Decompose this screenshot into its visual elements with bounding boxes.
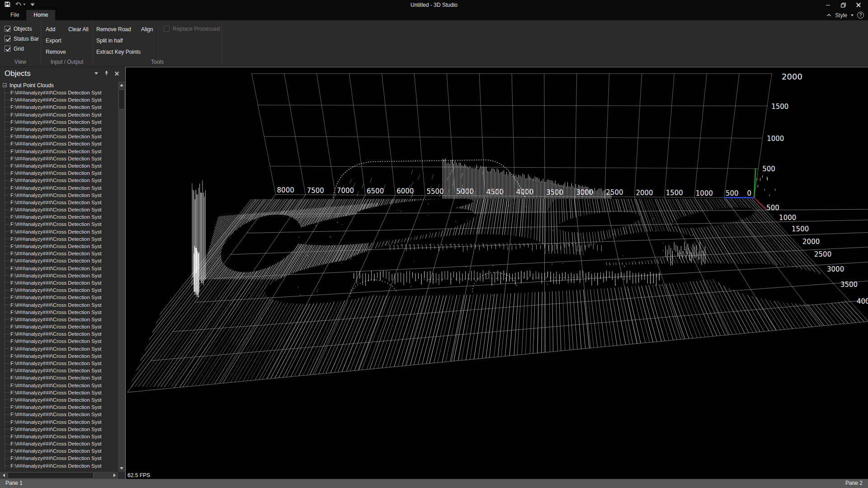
tree-item-point-cloud[interactable]: F:\###analyzy###\Cross Detection Syst [1,426,118,433]
tree-item-point-cloud[interactable]: F:\###analyzy###\Cross Detection Syst [1,396,118,404]
tree-item-point-cloud[interactable]: F:\###analyzy###\Cross Detection Syst [1,243,118,250]
scroll-down-icon[interactable] [118,465,125,472]
panel-close-icon[interactable] [115,71,119,75]
tree-item-point-cloud[interactable]: F:\###analyzy###\Cross Detection Syst [1,418,118,425]
tree-item-point-cloud[interactable]: F:\###analyzy###\Cross Detection Syst [1,323,118,330]
svg-text:500: 500 [766,204,779,212]
svg-text:500: 500 [762,165,775,173]
vertical-scroll-thumb[interactable] [118,89,125,109]
split-in-half-button[interactable]: Split in half [96,36,141,46]
tree-item-point-cloud[interactable]: F:\###analyzy###\Cross Detection Syst [1,103,118,111]
tree-item-point-cloud[interactable]: F:\###analyzy###\Cross Detection Syst [1,140,118,147]
group-label-input-output: Input / Output [41,59,93,65]
checkbox-objects[interactable]: Objects [5,24,39,33]
tree-item-point-cloud[interactable]: F:\###analyzy###\Cross Detection Syst [1,440,118,447]
tree-item-point-cloud[interactable]: F:\###analyzy###\Cross Detection Syst [1,192,118,199]
tab-file[interactable]: File [3,10,26,20]
tree-item-point-cloud[interactable]: F:\###analyzy###\Cross Detection Syst [1,367,118,374]
tree-item-point-cloud[interactable]: F:\###analyzy###\Cross Detection Syst [1,411,118,418]
extract-key-points-button[interactable]: Extract Key Points [96,47,141,57]
viewport-3d[interactable]: 5001000150020002500300035004000450050005… [125,67,868,479]
checkbox-status-bar[interactable]: Status Bar [5,34,39,43]
horizontal-scrollbar[interactable] [0,472,118,479]
checkbox-checked-icon[interactable] [5,36,10,42]
svg-text:500: 500 [726,189,739,197]
tree-item-point-cloud[interactable]: F:\###analyzy###\Cross Detection Syst [1,294,118,301]
tree-item-point-cloud[interactable]: F:\###analyzy###\Cross Detection Syst [1,345,118,352]
panel-menu-icon[interactable] [94,72,98,75]
pin-icon[interactable] [104,70,109,76]
tree-item-point-cloud[interactable]: F:\###analyzy###\Cross Detection Syst [1,250,118,257]
tree-item-point-cloud[interactable]: F:\###analyzy###\Cross Detection Syst [1,265,118,272]
clear-all-button[interactable]: Clear All [68,24,89,34]
tree-item-point-cloud[interactable]: F:\###analyzy###\Cross Detection Syst [1,389,118,396]
tree-item-point-cloud[interactable]: F:\###analyzy###\Cross Detection Syst [1,360,118,367]
help-icon[interactable] [857,12,864,19]
tree-root-input-point-clouds[interactable]: Input Point Clouds [1,81,118,89]
fps-counter: 62.5 FPS [127,472,150,479]
vertical-scrollbar[interactable] [118,81,125,472]
tree-item-point-cloud[interactable]: F:\###analyzy###\Cross Detection Syst [1,199,118,206]
objects-tree: Input Point Clouds F:\###analyzy###\Cros… [1,81,118,472]
style-dropdown[interactable]: Style [835,12,847,19]
checkbox-unchecked-icon [164,26,170,32]
tree-item-point-cloud[interactable]: F:\###analyzy###\Cross Detection Syst [1,133,118,140]
tree-item-point-cloud[interactable]: F:\###analyzy###\Cross Detection Syst [1,382,118,389]
tree-item-point-cloud[interactable]: F:\###analyzy###\Cross Detection Syst [1,213,118,221]
objects-panel-header: Objects [0,67,125,81]
tree-item-point-cloud[interactable]: F:\###analyzy###\Cross Detection Syst [1,177,118,184]
tree-item-point-cloud[interactable]: F:\###analyzy###\Cross Detection Syst [1,272,118,279]
point-cloud-scene[interactable]: 5001000150020002500300035004000450050005… [126,67,868,479]
tree-item-point-cloud[interactable]: F:\###analyzy###\Cross Detection Syst [1,279,118,286]
tree-item-point-cloud[interactable]: F:\###analyzy###\Cross Detection Syst [1,455,118,462]
export-button[interactable]: Export [46,36,66,46]
tree-item-point-cloud[interactable]: F:\###analyzy###\Cross Detection Syst [1,111,118,118]
tree-item-point-cloud[interactable]: F:\###analyzy###\Cross Detection Syst [1,404,118,411]
tree-item-point-cloud[interactable]: F:\###analyzy###\Cross Detection Syst [1,338,118,345]
tree-item-point-cloud[interactable]: F:\###analyzy###\Cross Detection Syst [1,96,118,103]
tree-item-point-cloud[interactable]: F:\###analyzy###\Cross Detection Syst [1,352,118,360]
tab-home[interactable]: Home [26,10,55,20]
collapse-expander-icon[interactable] [3,83,7,87]
checkbox-replace-processed: Replace Processed [164,24,220,33]
tree-item-point-cloud[interactable]: F:\###analyzy###\Cross Detection Syst [1,89,118,96]
tree-item-point-cloud[interactable]: F:\###analyzy###\Cross Detection Syst [1,374,118,381]
tree-item-point-cloud[interactable]: F:\###analyzy###\Cross Detection Syst [1,462,118,469]
tree-item-point-cloud[interactable]: F:\###analyzy###\Cross Detection Syst [1,118,118,126]
tree-item-point-cloud[interactable]: F:\###analyzy###\Cross Detection Syst [1,316,118,323]
tree-item-point-cloud[interactable]: F:\###analyzy###\Cross Detection Syst [1,301,118,308]
collapse-ribbon-icon[interactable] [826,14,831,17]
tree-item-point-cloud[interactable]: F:\###analyzy###\Cross Detection Syst [1,221,118,228]
minimize-button[interactable] [820,0,835,10]
scroll-left-icon[interactable] [0,472,7,479]
scroll-right-icon[interactable] [111,472,118,479]
tree-item-point-cloud[interactable]: F:\###analyzy###\Cross Detection Syst [1,447,118,455]
close-button[interactable] [851,0,866,10]
checkbox-checked-icon[interactable] [5,26,10,32]
tree-item-point-cloud[interactable]: F:\###analyzy###\Cross Detection Syst [1,257,118,264]
style-caret-icon[interactable] [851,14,854,16]
tree-item-point-cloud[interactable]: F:\###analyzy###\Cross Detection Syst [1,235,118,243]
tree-item-point-cloud[interactable]: F:\###analyzy###\Cross Detection Syst [1,286,118,294]
tree-item-point-cloud[interactable]: F:\###analyzy###\Cross Detection Syst [1,169,118,177]
scroll-up-icon[interactable] [118,81,125,89]
tree-item-point-cloud[interactable]: F:\###analyzy###\Cross Detection Syst [1,155,118,162]
tree-item-point-cloud[interactable]: F:\###analyzy###\Cross Detection Syst [1,309,118,316]
tree-item-point-cloud[interactable]: F:\###analyzy###\Cross Detection Syst [1,162,118,169]
svg-text:1500: 1500 [792,225,809,233]
tree-item-point-cloud[interactable]: F:\###analyzy###\Cross Detection Syst [1,206,118,213]
restore-button[interactable] [835,0,851,10]
tree-item-point-cloud[interactable]: F:\###analyzy###\Cross Detection Syst [1,184,118,191]
horizontal-scroll-thumb[interactable] [8,472,94,479]
tree-item-point-cloud[interactable]: F:\###analyzy###\Cross Detection Syst [1,148,118,155]
tree-item-point-cloud[interactable]: F:\###analyzy###\Cross Detection Syst [1,330,118,338]
tree-item-point-cloud[interactable]: F:\###analyzy###\Cross Detection Syst [1,228,118,235]
tree-item-point-cloud[interactable]: F:\###analyzy###\Cross Detection Syst [1,433,118,440]
align-button[interactable]: Align [141,24,153,34]
remove-road-button[interactable]: Remove Road [96,24,141,34]
checkbox-checked-icon[interactable] [5,46,10,52]
add-button[interactable]: Add [46,24,66,34]
checkbox-grid[interactable]: Grid [5,44,39,53]
remove-button[interactable]: Remove [46,47,66,57]
tree-item-point-cloud[interactable]: F:\###analyzy###\Cross Detection Syst [1,126,118,133]
